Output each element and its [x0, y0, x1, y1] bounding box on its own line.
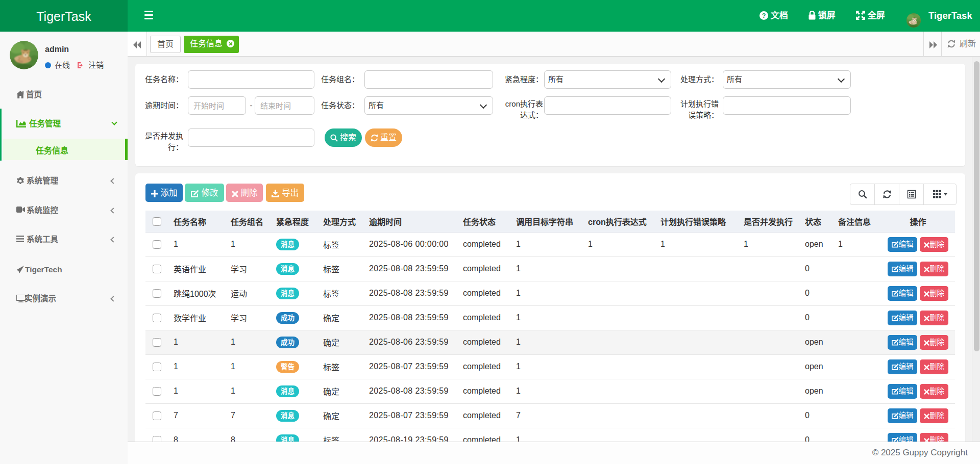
svg-text:?: ? — [762, 12, 766, 19]
